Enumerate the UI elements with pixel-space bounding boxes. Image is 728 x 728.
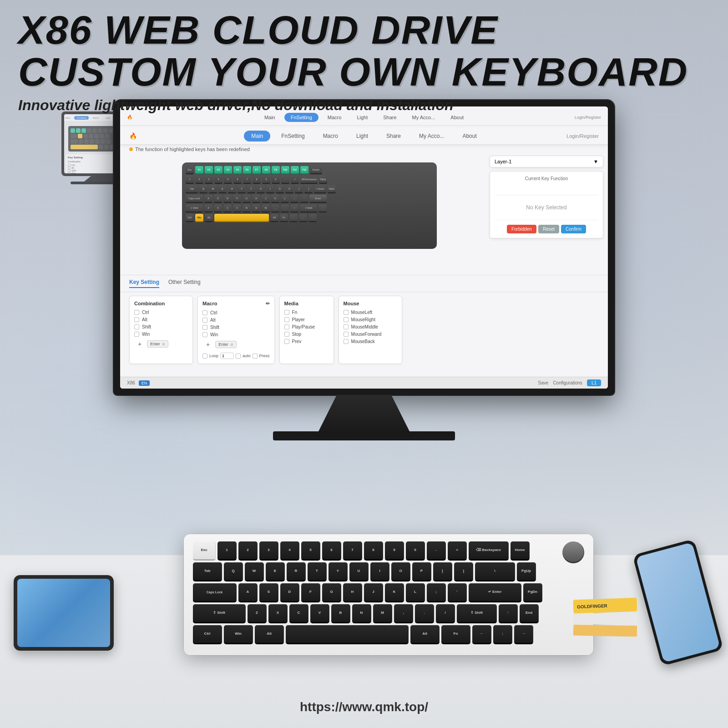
tab-about[interactable]: About [455, 131, 484, 142]
key-lbracket[interactable]: [ [433, 562, 452, 581]
bg-tab-macro[interactable]: Macro [321, 113, 348, 122]
media-player-checkbox[interactable] [284, 317, 289, 322]
key-i[interactable]: I [370, 562, 389, 581]
key-g[interactable]: G [322, 583, 341, 602]
key-j[interactable]: J [364, 583, 383, 602]
key-d[interactable]: D [280, 583, 299, 602]
login-register-link[interactable]: Login/Register [566, 133, 599, 139]
loop-count-input[interactable] [220, 353, 234, 359]
key-x[interactable]: X [268, 604, 288, 623]
mouse-back-checkbox[interactable] [344, 339, 349, 344]
key-up[interactable]: ↑ [499, 604, 518, 623]
key-backslash[interactable]: \ [475, 562, 515, 581]
key-lalt[interactable]: Alt [255, 625, 284, 644]
key-rbracket[interactable]: ] [454, 562, 473, 581]
media-playpause-checkbox[interactable] [284, 324, 289, 329]
key-semicolon[interactable]: ; [427, 583, 446, 602]
key-6[interactable]: 6 [322, 541, 341, 561]
macro-edit-icon[interactable]: ✏ [266, 301, 270, 307]
key-s[interactable]: S [259, 583, 278, 602]
key-n[interactable]: N [352, 604, 371, 623]
reset-button[interactable]: Reset [538, 225, 559, 233]
key-lshift[interactable]: ⇧ Shift [193, 604, 246, 623]
key-c[interactable]: C [289, 604, 308, 623]
key-pgdn[interactable]: PgDn [523, 583, 542, 602]
tab-macro[interactable]: Macro [316, 131, 345, 142]
key-capslock[interactable]: Caps Lock [193, 583, 237, 602]
key-e[interactable]: E [266, 562, 285, 581]
key-esc[interactable]: Esc [193, 541, 216, 561]
key-z[interactable]: Z [248, 604, 267, 623]
key-p[interactable]: P [412, 562, 431, 581]
key-space[interactable] [286, 625, 409, 644]
key-l[interactable]: L [406, 583, 425, 602]
ctrl-checkbox[interactable] [134, 310, 139, 315]
media-prev-checkbox[interactable] [284, 339, 289, 344]
key-r[interactable]: R [287, 562, 306, 581]
bg-tab-about[interactable]: About [444, 113, 470, 122]
macro-loop-checkbox[interactable] [202, 354, 207, 359]
key-v[interactable]: V [310, 604, 329, 623]
tab-light[interactable]: Light [349, 131, 375, 142]
key-8[interactable]: 8 [364, 541, 383, 561]
alt-checkbox[interactable] [134, 317, 139, 322]
key-y[interactable]: Y [329, 562, 348, 581]
key-3[interactable]: 3 [259, 541, 278, 561]
key-end[interactable]: End [520, 604, 539, 623]
key-period[interactable]: . [415, 604, 434, 623]
key-5[interactable]: 5 [301, 541, 320, 561]
tab-main[interactable]: Main [244, 131, 270, 142]
tab-account[interactable]: My Acco... [412, 131, 451, 142]
key-down[interactable]: ↓ [493, 625, 512, 644]
key-quote[interactable]: ' [448, 583, 467, 602]
footer-layer-btn[interactable]: L1 [587, 379, 601, 386]
tab-key-setting[interactable]: Key Setting [129, 279, 159, 288]
shift-checkbox[interactable] [134, 324, 139, 329]
combination-enter-key[interactable]: Enter ⊞ [147, 340, 168, 348]
key-backspace[interactable]: ⌫ Backspace [469, 541, 509, 561]
bg-tab-account[interactable]: My Acco... [406, 113, 442, 122]
media-stop-checkbox[interactable] [284, 332, 289, 337]
key-lctrl[interactable]: Ctrl [193, 625, 222, 644]
key-equals[interactable]: = [448, 541, 467, 561]
macro-enter-key[interactable]: Enter ⊞ [215, 341, 237, 348]
mouse-right-checkbox[interactable] [344, 317, 349, 322]
bg-tab-fnsetting[interactable]: FnSetting [284, 113, 318, 122]
key-7[interactable]: 7 [343, 541, 362, 561]
media-fn-checkbox[interactable] [284, 310, 289, 315]
forbidden-button[interactable]: Forbidden [507, 225, 536, 233]
key-o[interactable]: O [391, 562, 410, 581]
key-minus[interactable]: - [427, 541, 446, 561]
win-checkbox[interactable] [134, 332, 139, 337]
macro-win-checkbox[interactable] [202, 332, 207, 337]
key-b[interactable]: B [331, 604, 350, 623]
key-4[interactable]: 4 [280, 541, 299, 561]
macro-alt-checkbox[interactable] [202, 318, 207, 323]
mouse-middle-checkbox[interactable] [344, 324, 349, 329]
key-rshift[interactable]: ⇧ Shift [457, 604, 497, 623]
key-f[interactable]: F [301, 583, 320, 602]
key-t[interactable]: T [308, 562, 327, 581]
key-comma[interactable]: , [394, 604, 413, 623]
bg-tab-light[interactable]: Light [350, 113, 374, 122]
bg-login-label[interactable]: Login/Register [575, 115, 601, 120]
macro-press-checkbox[interactable] [253, 354, 258, 359]
tab-share[interactable]: Share [379, 131, 408, 142]
key-slash[interactable]: / [436, 604, 455, 623]
key-pgup[interactable]: PgUp [517, 562, 536, 581]
macro-auto-checkbox[interactable] [236, 354, 241, 359]
key-tab[interactable]: Tab [193, 562, 222, 581]
key-1[interactable]: 1 [217, 541, 237, 561]
macro-shift-checkbox[interactable] [202, 325, 207, 330]
bg-tab-main[interactable]: Main [258, 113, 282, 122]
key-ralt[interactable]: Alt [410, 625, 440, 644]
mouse-forward-checkbox[interactable] [344, 332, 349, 337]
layer-dropdown[interactable]: Layer-1 ▼ [490, 156, 603, 167]
key-9[interactable]: 9 [385, 541, 404, 561]
key-w[interactable]: W [245, 562, 264, 581]
key-k[interactable]: K [385, 583, 404, 602]
bg-tab-share[interactable]: Share [377, 113, 403, 122]
key-0[interactable]: 0 [406, 541, 425, 561]
key-h[interactable]: H [343, 583, 362, 602]
key-a[interactable]: A [238, 583, 258, 602]
